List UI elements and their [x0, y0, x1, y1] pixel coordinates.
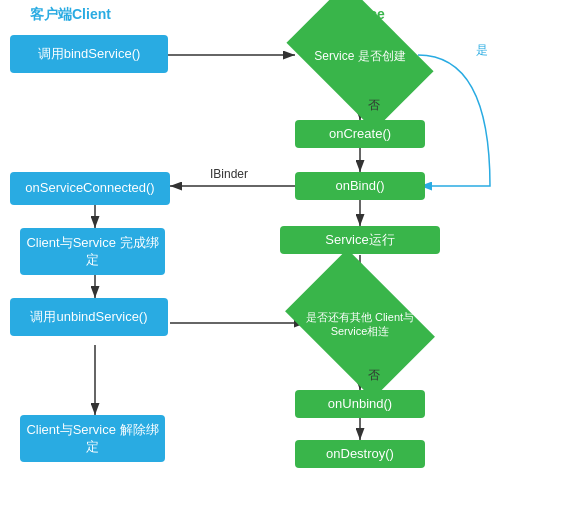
client-service-bound-box: Client与Service 完成绑定: [20, 228, 165, 275]
no-label-other-client: 否: [368, 367, 380, 384]
client-header: 客户端Client: [30, 6, 111, 24]
on-unbind-box: onUnbind(): [295, 390, 425, 418]
on-bind-box: onBind(): [295, 172, 425, 200]
client-service-unbound-box: Client与Service 解除绑定: [20, 415, 165, 462]
service-running-box: Service运行: [280, 226, 440, 254]
on-service-connected-box: onServiceConnected(): [10, 172, 170, 205]
unbind-service-box: 调用unbindService(): [10, 298, 168, 336]
on-create-box: onCreate(): [295, 120, 425, 148]
no-label-service: 否: [368, 97, 380, 114]
on-destroy-box: onDestroy(): [295, 440, 425, 468]
other-client-diamond: 是否还有其他 Client与 Service相连: [298, 280, 422, 368]
ibinder-label: IBinder: [210, 167, 248, 181]
service-created-diamond: Service 是否创建: [298, 15, 422, 99]
yes-label-service: 是: [476, 42, 488, 59]
bind-service-box: 调用bindService(): [10, 35, 168, 73]
diagram: 客户端Client Service 调用bindService() Servic…: [0, 0, 572, 531]
